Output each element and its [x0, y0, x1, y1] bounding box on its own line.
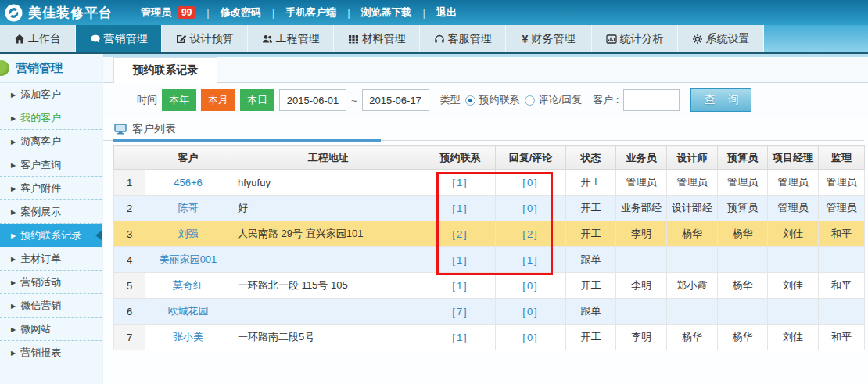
chart-icon	[606, 34, 617, 45]
date-from-input[interactable]	[279, 89, 346, 111]
sidebar-item-free-customers[interactable]: 游离客户	[0, 130, 102, 153]
browser-download-link[interactable]: 浏览器下载	[361, 5, 412, 20]
tab-workbench[interactable]: 工作台	[0, 25, 76, 52]
topbar: 美佳装修平台 管理员 99 | 修改密码 | 手机客户端 | 浏览器下载 | 退…	[0, 0, 868, 25]
sidebar-item-my-customers[interactable]: 我的客户	[0, 106, 102, 130]
notification-badge[interactable]: 99	[178, 6, 195, 19]
sidebar-item-appointment-records[interactable]: 预约联系记录	[0, 224, 102, 247]
col-budgeter: 预算员	[718, 146, 768, 170]
col-reply: 回复/评论	[496, 146, 566, 170]
tab-engineering[interactable]: 工程管理	[248, 25, 334, 52]
appointment-count-link[interactable]: [1]	[452, 203, 468, 214]
col-sales: 业务员	[616, 146, 667, 170]
reply-count-link[interactable]: [0]	[522, 332, 538, 343]
today-button[interactable]: 本日	[240, 89, 274, 111]
tab-materials[interactable]: 材料管理	[334, 25, 420, 52]
col-address: 工程地址	[231, 146, 425, 170]
users-icon	[262, 34, 273, 45]
main-nav: 工作台 营销管理 设计预算 工程管理 材料管理 客服管理 ¥ 财务管理 统计分析	[0, 25, 868, 54]
sidebar-item-add-customer[interactable]: 添加客户	[0, 83, 102, 106]
customer-link[interactable]: 欧城花园	[168, 305, 209, 317]
this-year-button[interactable]: 本年	[162, 89, 196, 111]
tab-marketing[interactable]: 营销管理	[76, 25, 162, 52]
appointment-count-link[interactable]: [1]	[452, 177, 468, 188]
sidebar-item-wechat-marketing[interactable]: 微信营销	[0, 294, 102, 318]
content-tab-row: 预约联系记录	[103, 57, 868, 83]
table-row: 6 欧城花园 [7] [0] 跟单	[114, 299, 865, 325]
type-label: 类型	[440, 93, 461, 107]
reply-count-link[interactable]: [0]	[522, 177, 538, 188]
tab-design-budget[interactable]: 设计预算	[162, 25, 248, 52]
date-to-input[interactable]	[362, 89, 429, 111]
reply-count-link[interactable]: [0]	[522, 306, 538, 318]
sidebar-item-material-orders[interactable]: 主材订单	[0, 247, 102, 271]
search-button[interactable]: 查 询	[690, 88, 751, 112]
menu-separator: |	[272, 7, 274, 19]
headset-icon	[434, 34, 445, 45]
chat-icon	[90, 34, 101, 45]
col-supervisor: 监理	[819, 146, 865, 170]
section-title: 客户列表	[132, 122, 176, 136]
edit-icon	[176, 34, 187, 45]
sidebar-item-customer-search[interactable]: 客户查询	[0, 153, 102, 177]
tab-system-settings[interactable]: 系统设置	[678, 25, 764, 52]
filter-bar: 时间 本年 本月 本日 ~ 类型 预约联系 评论/回复 客户 : 查 询	[103, 83, 868, 117]
topbar-menu: 管理员 99 | 修改密码 | 手机客户端 | 浏览器下载 | 退出	[141, 5, 457, 20]
customer-table-wrap: 客户 工程地址 预约联系 回复/评论 状态 业务员 设计师 预算员 项目经理 监…	[103, 141, 868, 350]
reply-count-link[interactable]: [2]	[522, 228, 538, 240]
customer-search-input[interactable]	[623, 89, 680, 111]
time-label: 时间	[137, 93, 157, 107]
sidebar-title: 营销管理	[0, 54, 102, 83]
customer-link[interactable]: 陈哥	[178, 202, 199, 214]
customer-link[interactable]: 美丽家园001	[160, 253, 217, 265]
user-menu[interactable]: 管理员	[141, 5, 171, 20]
appointment-count-link[interactable]: [1]	[452, 254, 468, 266]
radio-comment-reply[interactable]: 评论/回复	[525, 93, 583, 107]
tab-customer-service[interactable]: 客服管理	[420, 25, 506, 52]
appointment-count-link[interactable]: [2]	[452, 228, 468, 240]
tab-appointment-records[interactable]: 预约联系记录	[113, 57, 217, 83]
mobile-client-link[interactable]: 手机客户端	[285, 5, 336, 20]
this-month-button[interactable]: 本月	[201, 89, 235, 111]
menu-separator: |	[347, 7, 350, 19]
table-row: 2 陈哥 好 [1] [0] 开工 业务部经 设计部经 预算员 管理员 管理员	[114, 196, 865, 221]
menu-separator: |	[206, 7, 209, 19]
sidebar-item-case-show[interactable]: 案例展示	[0, 200, 102, 224]
logout-link[interactable]: 退出	[436, 5, 457, 20]
customer-link[interactable]: 张小美	[173, 331, 203, 343]
table-row: 7 张小美 一环路南二段5号 [1] [0] 开工 李明 杨华 杨华 刘佳 和平	[114, 325, 865, 350]
customer-table: 客户 工程地址 预约联系 回复/评论 状态 业务员 设计师 预算员 项目经理 监…	[113, 145, 865, 350]
customer-link[interactable]: 莫奇红	[173, 279, 203, 291]
radio-unselected-icon	[525, 95, 535, 106]
appointment-count-link[interactable]: [1]	[452, 280, 468, 292]
radio-appointment[interactable]: 预约联系	[465, 93, 520, 107]
logo-icon	[5, 4, 23, 22]
customer-link[interactable]: 456+6	[174, 177, 203, 188]
module-icon	[0, 60, 9, 76]
appointment-count-link[interactable]: [7]	[452, 306, 468, 318]
col-designer: 设计师	[667, 146, 718, 170]
table-row: 1 456+6 hfyufuy [1] [0] 开工 管理员 管理员 管理员 管…	[114, 170, 865, 196]
change-password-link[interactable]: 修改密码	[221, 5, 261, 20]
sidebar-item-marketing-reports[interactable]: 营销报表	[0, 341, 102, 364]
table-header-row: 客户 工程地址 预约联系 回复/评论 状态 业务员 设计师 预算员 项目经理 监…	[114, 146, 865, 170]
reply-count-link[interactable]: [1]	[522, 254, 538, 266]
table-row-highlighted: 3 刘强 人民南路 29号 宜兴家园101 [2] [2] 开工 李明 杨华 杨…	[114, 221, 865, 247]
sidebar-item-customer-files[interactable]: 客户附件	[0, 177, 102, 200]
col-status: 状态	[566, 146, 616, 170]
customer-link[interactable]: 刘强	[178, 228, 199, 239]
col-appointment: 预约联系	[425, 146, 496, 170]
monitor-icon	[114, 124, 127, 135]
tab-finance[interactable]: ¥ 财务管理	[506, 25, 592, 52]
reply-count-link[interactable]: [0]	[522, 280, 538, 292]
grid-icon	[348, 34, 359, 45]
col-num	[114, 146, 145, 170]
reply-count-link[interactable]: [0]	[522, 203, 538, 214]
customer-label: 客户 :	[593, 93, 619, 107]
sidebar-item-marketing-activities[interactable]: 营销活动	[0, 271, 102, 294]
appointment-count-link[interactable]: [1]	[452, 332, 468, 343]
tab-statistics[interactable]: 统计分析	[592, 25, 678, 52]
section-underline	[113, 139, 381, 142]
sidebar-item-micro-site[interactable]: 微网站	[0, 318, 102, 341]
radio-selected-icon	[465, 95, 475, 106]
